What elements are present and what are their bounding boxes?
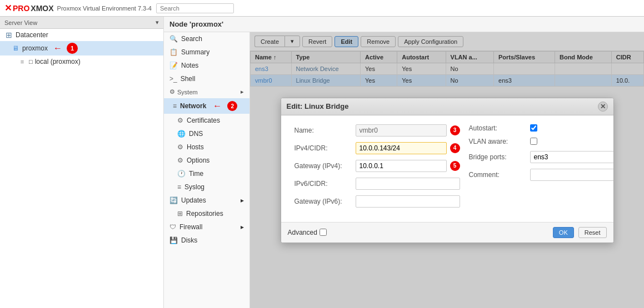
annotation-3: 3 bbox=[450, 125, 460, 135]
menu-item-network[interactable]: ≡ Network ← 2 bbox=[164, 98, 249, 114]
firewall-icon: 🛡 bbox=[169, 223, 176, 231]
menu-disks-label: Disks bbox=[181, 236, 197, 244]
menu-item-notes[interactable]: 📝 Notes bbox=[164, 59, 249, 72]
time-icon: 🕐 bbox=[177, 170, 186, 178]
shell-icon: >_ bbox=[169, 75, 177, 83]
summary-icon: 📋 bbox=[169, 48, 178, 56]
name-input[interactable] bbox=[356, 124, 447, 137]
menu-item-disks[interactable]: 💾 Disks bbox=[164, 234, 249, 247]
search-bar[interactable] bbox=[156, 3, 234, 13]
search-menu-icon: 🔍 bbox=[169, 35, 178, 43]
hosts-icon: ⚙ bbox=[177, 143, 183, 151]
ok-button[interactable]: OK bbox=[553, 227, 574, 238]
logo: ✕ PROXMOX Proxmox Virtual Environment 7.… bbox=[4, 3, 152, 13]
menu-item-options[interactable]: ⚙ Options bbox=[164, 154, 249, 167]
advanced-label: Advanced bbox=[288, 229, 317, 236]
repo-icon: ⊞ bbox=[177, 210, 183, 218]
menu-item-firewall[interactable]: 🛡 Firewall ▸ bbox=[164, 220, 249, 234]
menu-repo-label: Repositories bbox=[186, 210, 223, 218]
menu-item-hosts[interactable]: ⚙ Hosts bbox=[164, 140, 249, 154]
menu-time-label: Time bbox=[189, 170, 203, 178]
form-row-ipv4cidr: IPv4/CIDR: 4 bbox=[294, 142, 460, 154]
menu-options-label: Options bbox=[187, 156, 209, 164]
dns-icon: 🌐 bbox=[177, 130, 186, 138]
node-menu: 🔍 Search 📋 Summary 📝 Notes >_ Shell ⚙ bbox=[164, 32, 250, 308]
menu-item-certificates[interactable]: ⚙ Certificates bbox=[164, 114, 249, 127]
right-panel: Node 'proxmox' 🔍 Search 📋 Summary 📝 Note… bbox=[164, 17, 644, 308]
menu-updates-label: Updates bbox=[181, 196, 206, 204]
form-row-ipv6cidr: IPv6/CIDR: bbox=[294, 178, 460, 190]
autostart-checkbox[interactable] bbox=[530, 124, 537, 132]
comment-input[interactable] bbox=[530, 169, 614, 181]
menu-item-summary[interactable]: 📋 Summary bbox=[164, 46, 249, 59]
menu-item-syslog[interactable]: ≡ Syslog bbox=[164, 180, 249, 194]
datacenter-label: Datacenter bbox=[16, 31, 48, 39]
modal-title: Edit: Linux Bridge bbox=[287, 102, 349, 110]
disks-icon: 💾 bbox=[169, 236, 178, 244]
syslog-icon: ≡ bbox=[177, 183, 181, 191]
form-row-vlan-aware: VLAN aware: bbox=[469, 138, 614, 145]
gateway-ipv4-label: Gateway (IPv4): bbox=[294, 162, 356, 170]
form-row-bridge-ports: Bridge ports: 6 bbox=[469, 151, 614, 163]
ipv4cidr-label: IPv4/CIDR: bbox=[294, 144, 356, 152]
modal-overlay: Edit: Linux Bridge ✕ Name: 3 bbox=[250, 32, 644, 308]
gateway-ipv6-label: Gateway (IPv6): bbox=[294, 198, 356, 205]
arrow-annotation-1: ← bbox=[53, 43, 62, 53]
sidebar-item-proxmox[interactable]: 🖥 proxmox ← 1 bbox=[0, 41, 163, 55]
modal-header: Edit: Linux Bridge ✕ bbox=[281, 98, 613, 115]
comment-label: Comment: bbox=[469, 171, 530, 179]
node-header: Node 'proxmox' bbox=[164, 17, 644, 32]
sidebar: Server View ▾ ⊞ Datacenter 🖥 proxmox ← 1… bbox=[0, 17, 164, 308]
menu-firewall-label: Firewall bbox=[179, 223, 202, 231]
menu-item-dns[interactable]: 🌐 DNS bbox=[164, 127, 249, 140]
gateway-ipv4-input[interactable] bbox=[356, 160, 447, 172]
logo-proxmox: PRO bbox=[13, 4, 29, 13]
modal-footer: Advanced OK Reset bbox=[281, 222, 613, 243]
menu-cert-label: Certificates bbox=[187, 117, 220, 124]
reset-button[interactable]: Reset bbox=[578, 227, 607, 238]
menu-item-time[interactable]: 🕐 Time bbox=[164, 167, 249, 180]
updates-chevron: ▸ bbox=[241, 196, 244, 204]
menu-item-shell[interactable]: >_ Shell bbox=[164, 72, 249, 85]
modal-left-col: Name: 3 IPv4/CIDR: bbox=[290, 124, 465, 213]
menu-item-search[interactable]: 🔍 Search bbox=[164, 32, 249, 46]
menu-item-repositories[interactable]: ⊞ Repositories bbox=[164, 207, 249, 220]
content-area: 🔍 Search 📋 Summary 📝 Notes >_ Shell ⚙ bbox=[164, 32, 644, 308]
search-input[interactable] bbox=[156, 3, 234, 13]
ipv6cidr-label: IPv6/CIDR: bbox=[294, 180, 356, 188]
server-view-header: Server View ▾ bbox=[0, 17, 163, 29]
form-row-gateway-ipv4: Gateway (IPv4): 5 bbox=[294, 160, 460, 172]
topbar: ✕ PROXMOX Proxmox Virtual Environment 7.… bbox=[0, 0, 644, 17]
annotation-2: 2 bbox=[227, 101, 237, 111]
local-icon2: □ bbox=[29, 58, 33, 65]
cert-icon: ⚙ bbox=[177, 117, 183, 124]
annotation-4: 4 bbox=[450, 143, 460, 153]
bridge-ports-input[interactable] bbox=[530, 151, 614, 163]
footer-left: Advanced bbox=[288, 229, 327, 236]
logo-mox: XMOX bbox=[31, 4, 53, 13]
menu-notes-label: Notes bbox=[181, 62, 198, 69]
sidebar-item-local[interactable]: ≡ □ local (proxmox) bbox=[0, 55, 163, 68]
autostart-label: Autostart: bbox=[469, 124, 530, 132]
menu-search-label: Search bbox=[181, 35, 202, 43]
advanced-checkbox[interactable] bbox=[319, 229, 327, 236]
options-icon: ⚙ bbox=[177, 156, 183, 164]
menu-network-label: Network bbox=[180, 102, 206, 110]
firewall-chevron: ▸ bbox=[241, 223, 244, 231]
gateway-ipv6-input[interactable] bbox=[356, 195, 460, 208]
ipv6cidr-input[interactable] bbox=[356, 178, 460, 190]
modal-close-button[interactable]: ✕ bbox=[598, 102, 608, 112]
system-label: System bbox=[177, 89, 198, 95]
menu-dns-label: DNS bbox=[189, 130, 203, 138]
menu-item-updates[interactable]: 🔄 Updates ▸ bbox=[164, 194, 249, 207]
server-view-label: Server View bbox=[4, 19, 37, 26]
menu-summary-label: Summary bbox=[181, 48, 209, 56]
network-icon: ≡ bbox=[173, 102, 177, 110]
sidebar-item-datacenter[interactable]: ⊞ Datacenter bbox=[0, 29, 163, 41]
ipv4cidr-input[interactable] bbox=[356, 142, 447, 154]
storage-icon: ≡ bbox=[18, 57, 27, 66]
updates-icon: 🔄 bbox=[169, 196, 178, 204]
system-section: ⚙ System ▸ bbox=[164, 85, 249, 98]
vlan-aware-checkbox[interactable] bbox=[530, 138, 537, 145]
form-row-gateway-ipv6: Gateway (IPv6): bbox=[294, 195, 460, 208]
